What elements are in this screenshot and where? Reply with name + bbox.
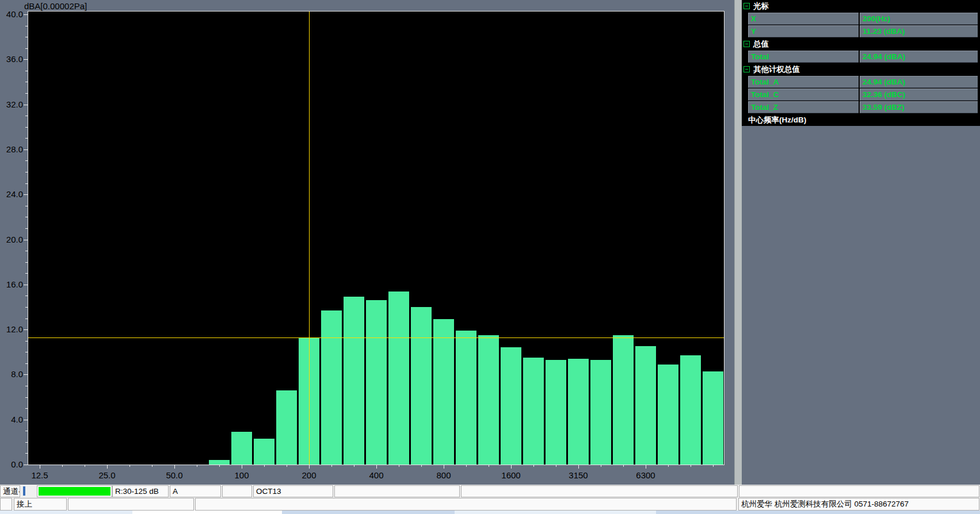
x-major-tick bbox=[444, 465, 444, 469]
x-minor-tick bbox=[264, 465, 265, 467]
y-axis-label: 36.0 bbox=[0, 54, 23, 64]
x-major-tick bbox=[107, 465, 108, 469]
panel-section-header[interactable]: 其他计权总值 bbox=[742, 63, 980, 75]
taskbar-strip-segment bbox=[282, 511, 455, 514]
status-cell-empty bbox=[68, 498, 194, 511]
y-axis-label: 0.0 bbox=[0, 459, 23, 470]
bar-160Hz bbox=[276, 390, 297, 465]
y-major-tick bbox=[24, 465, 28, 465]
status-cell-color-swatch[interactable] bbox=[37, 485, 112, 497]
status-cell-empty bbox=[461, 485, 738, 497]
bar-12500Hz bbox=[703, 371, 723, 465]
bar-315Hz bbox=[344, 297, 364, 465]
panel-section-title: 光标 bbox=[753, 1, 769, 11]
status-cell-empty bbox=[195, 498, 737, 511]
x-axis-label: 1600 bbox=[491, 470, 531, 480]
status-cell-empty bbox=[739, 485, 979, 497]
y-major-tick bbox=[24, 420, 28, 420]
panel-section-header[interactable]: 中心频率(Hz/dB) bbox=[742, 114, 980, 126]
x-minor-tick bbox=[399, 465, 399, 467]
x-major-tick bbox=[242, 465, 242, 469]
x-axis-label: 25.0 bbox=[87, 470, 127, 480]
panel-section-title: 总值 bbox=[753, 39, 769, 49]
status-cell-range[interactable]: R:30-125 dB bbox=[112, 485, 169, 497]
y-major-tick bbox=[24, 374, 28, 375]
bar-80Hz bbox=[209, 460, 230, 465]
collapse-minus-icon[interactable] bbox=[743, 41, 750, 47]
bar-10000Hz bbox=[680, 355, 701, 465]
bar-2000Hz bbox=[523, 358, 544, 465]
panel-section-title: 中心频率(Hz/dB) bbox=[748, 115, 806, 125]
status-cell-analysis-mode[interactable]: OCT13 bbox=[253, 485, 333, 497]
x-major-tick bbox=[309, 465, 310, 469]
x-major-tick bbox=[578, 465, 579, 469]
bar-100Hz bbox=[231, 432, 252, 465]
panel-row-Total_Z[interactable]: Total_Z33.59 (dBZ) bbox=[748, 101, 978, 113]
status-cell-connection[interactable]: 接上 bbox=[14, 498, 67, 511]
x-axis-label: 800 bbox=[424, 470, 464, 480]
panel-section-title: 其他计权总值 bbox=[753, 64, 800, 75]
status-cell-channel[interactable]: 通道-1 bbox=[0, 485, 20, 497]
panel-row-label: Y bbox=[748, 25, 859, 37]
status-cell-weighting[interactable]: A bbox=[170, 485, 221, 497]
panel-row-value: 24.94 (dBA) bbox=[860, 76, 978, 88]
panel-row-Total[interactable]: Total24.94 (dBA) bbox=[748, 51, 978, 63]
y-axis-label: 24.0 bbox=[0, 189, 23, 200]
x-axis-label: 12.5 bbox=[20, 470, 60, 480]
y-major-tick bbox=[24, 194, 28, 195]
y-major-tick bbox=[24, 105, 28, 105]
panel-row-label: X bbox=[748, 13, 859, 25]
status-cell-empty bbox=[334, 485, 460, 497]
x-axis-label: 3150 bbox=[558, 470, 598, 480]
x-minor-tick bbox=[691, 465, 691, 467]
bar-1600Hz bbox=[501, 347, 521, 465]
panel-section-header[interactable]: 总值 bbox=[742, 38, 980, 50]
y-axis-label: 16.0 bbox=[0, 279, 23, 290]
panel-row-Total_A[interactable]: Total_A24.94 (dBA) bbox=[748, 76, 978, 88]
panel-row-value: 24.94 (dBA) bbox=[860, 51, 978, 63]
y-axis-label: 4.0 bbox=[0, 415, 23, 425]
panel-row-Y[interactable]: Y11.23 (dBA) bbox=[748, 25, 978, 37]
bar-1000Hz bbox=[456, 331, 476, 465]
panel-row-label: Total_Z bbox=[748, 101, 859, 113]
y-major-tick bbox=[24, 329, 28, 330]
x-major-tick bbox=[376, 465, 377, 469]
panel-row-value: 32.36 (dBC) bbox=[860, 89, 978, 101]
y-major-tick bbox=[24, 149, 28, 150]
collapse-minus-icon[interactable] bbox=[743, 66, 750, 72]
panel-splitter-handle[interactable] bbox=[734, 0, 742, 485]
x-minor-tick bbox=[623, 465, 624, 467]
y-axis-label: 32.0 bbox=[0, 99, 23, 110]
cursor-vertical-line[interactable] bbox=[309, 11, 310, 465]
y-major-tick bbox=[24, 240, 28, 240]
bar-400Hz bbox=[366, 300, 387, 465]
y-major-tick bbox=[24, 59, 28, 60]
panel-row-label: Total_A bbox=[748, 76, 859, 88]
y-axis-label: 20.0 bbox=[0, 235, 23, 245]
readout-panel: 光标X200(Hz)Y11.23 (dBA)总值Total24.94 (dBA)… bbox=[742, 0, 980, 485]
panel-section-header[interactable]: 光标 bbox=[742, 0, 980, 12]
x-minor-tick bbox=[533, 465, 534, 467]
x-minor-tick bbox=[219, 465, 220, 467]
x-minor-tick bbox=[197, 465, 197, 467]
channel-color-swatch[interactable] bbox=[39, 487, 110, 496]
bar-500Hz bbox=[388, 291, 409, 465]
cursor-horizontal-line[interactable] bbox=[28, 337, 724, 338]
panel-row-label: Total bbox=[748, 51, 859, 63]
panel-row-Total_C[interactable]: Total_C32.36 (dBC) bbox=[748, 89, 978, 101]
x-axis-label: 200 bbox=[289, 470, 329, 480]
x-axis-label: 400 bbox=[356, 470, 396, 480]
x-minor-tick bbox=[129, 465, 130, 467]
bar-800Hz bbox=[433, 319, 454, 465]
x-minor-tick bbox=[556, 465, 556, 467]
taskbar-strip-segment bbox=[455, 511, 656, 514]
taskbar-strip-segment bbox=[0, 511, 132, 514]
panel-row-X[interactable]: X200(Hz) bbox=[748, 13, 978, 25]
x-axis-label: 50.0 bbox=[154, 470, 195, 480]
collapse-minus-icon[interactable] bbox=[743, 3, 750, 9]
y-axis-label: 8.0 bbox=[0, 369, 23, 379]
bar-630Hz bbox=[411, 307, 432, 465]
chart-plot[interactable] bbox=[28, 11, 724, 465]
x-axis-label: 6300 bbox=[626, 470, 666, 480]
x-major-tick bbox=[511, 465, 512, 469]
